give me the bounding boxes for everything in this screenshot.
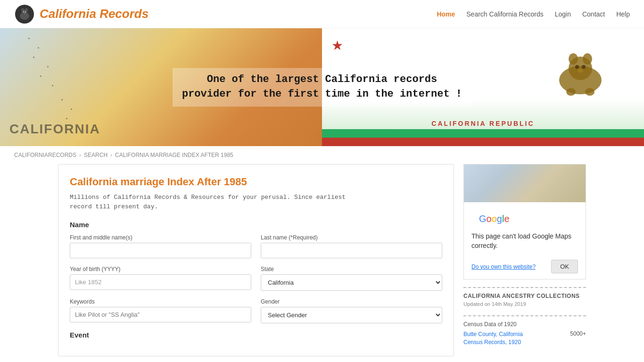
svg-point-3 [21, 8, 24, 11]
name-label: Name [70, 221, 442, 229]
logo-area: California Records [14, 4, 149, 25]
year-label: Year of birth (YYYY) [70, 266, 251, 272]
collection-list: Butte County, California Census Records,… [463, 330, 586, 346]
ancestry-updated: Updated on 14th May 2019 [463, 301, 586, 307]
breadcrumb: CALIFORNIARECORDS › SEARCH › CALIFORNIA … [0, 146, 644, 164]
google-error-content: Google [464, 202, 586, 228]
nav-login[interactable]: Login [555, 10, 571, 18]
breadcrumb-sep-2: › [110, 152, 112, 158]
svg-point-7 [24, 12, 25, 14]
google-error-text: This page can't load Google Maps correct… [464, 228, 586, 256]
collection-link[interactable]: Butte County, California Census Records,… [463, 330, 566, 346]
main-nav: Home Search California Records Login Con… [437, 10, 630, 18]
last-name-group: Last name (*Required) [261, 234, 442, 258]
sidebar: ⌨ Map data ©2022 Google, INEGI Terms of … [463, 164, 586, 356]
ancestry-title: CALIFORNIA ANCESTRY COLLECTIONS [463, 293, 586, 299]
gender-group: Gender Select GenderMaleFemale [261, 298, 442, 323]
name-row: First and middle name(s) Last name (*Req… [70, 234, 442, 258]
first-name-input[interactable] [70, 243, 251, 258]
keywords-gender-row: Keywords Gender Select GenderMaleFemale [70, 298, 442, 323]
form-title: California marriage Index After 1985 [70, 176, 442, 188]
svg-point-4 [25, 8, 28, 11]
ancestry-collections: CALIFORNIA ANCESTRY COLLECTIONS Updated … [463, 287, 586, 316]
breadcrumb-search[interactable]: SEARCH [84, 152, 107, 158]
map-thumbnail: ⌨ Map data ©2022 Google, INEGI Terms of … [464, 165, 586, 202]
collection-count: 5000+ [570, 330, 586, 337]
first-name-label: First and middle name(s) [70, 234, 251, 241]
nav-contact[interactable]: Contact [582, 10, 605, 18]
breadcrumb-home[interactable]: CALIFORNIARECORDS [14, 152, 76, 158]
main-content: California marriage Index After 1985 Mil… [44, 164, 600, 362]
name-section: Name First and middle name(s) Last name … [70, 221, 442, 258]
first-name-group: First and middle name(s) [70, 234, 251, 258]
google-ok-button[interactable]: OK [551, 260, 578, 273]
year-group: Year of birth (YYYY) [70, 266, 251, 291]
google-own-link[interactable]: Do you own this website? [471, 263, 536, 270]
year-input[interactable] [70, 274, 251, 290]
gender-select[interactable]: Select GenderMaleFemale [261, 307, 442, 323]
svg-point-13 [585, 88, 594, 96]
nav-help[interactable]: Help [616, 10, 630, 18]
keywords-group: Keywords [70, 298, 251, 323]
svg-point-14 [575, 65, 579, 69]
hero-text-overlay: One of the largest California records pr… [173, 68, 471, 107]
year-state-row: Year of birth (YYYY) State CaliforniaAla… [70, 266, 442, 291]
header: California Records Home Search Californi… [0, 0, 644, 28]
event-label: Event [70, 331, 442, 339]
keywords-label: Keywords [70, 298, 251, 305]
svg-point-11 [583, 53, 592, 65]
state-label: State [261, 266, 442, 272]
logo-bear-icon [14, 4, 35, 25]
keywords-input[interactable] [70, 307, 251, 322]
svg-point-15 [582, 65, 586, 69]
hero-flag-text: CALIFORNIA REPUBLIC [431, 120, 534, 127]
google-maps-error-box: ⌨ Map data ©2022 Google, INEGI Terms of … [463, 164, 586, 280]
state-select[interactable]: CaliforniaAlabamaAlaskaArizonaArkansasCo… [261, 274, 442, 291]
event-section: Event [70, 331, 442, 339]
gender-label: Gender [261, 298, 442, 305]
svg-point-12 [566, 88, 576, 96]
hero-banner: CALIFORNIA CALIFORNIA REPUBLIC ★ One of … [0, 28, 644, 146]
breadcrumb-current: CALIFORNIA MARRIAGE INDEX AFTER 1985 [115, 152, 233, 158]
hero-bear-icon [545, 42, 616, 99]
nav-search[interactable]: Search California Records [466, 10, 543, 18]
svg-point-6 [25, 11, 26, 12]
flag-star: ★ [331, 38, 343, 53]
hero-map-label: CALIFORNIA [9, 122, 100, 137]
svg-point-5 [23, 11, 24, 12]
google-error-actions: Do you own this website? OK [464, 256, 586, 279]
hero-main-text: One of the largest California records pr… [182, 74, 462, 100]
google-logo-text: Google [471, 208, 578, 226]
nav-home[interactable]: Home [437, 10, 455, 18]
last-name-input[interactable] [261, 243, 442, 258]
form-section: California marriage Index After 1985 Mil… [58, 164, 454, 356]
form-subtitle: Millions of California Records & Resourc… [70, 193, 442, 211]
collection-item: Butte County, California Census Records,… [463, 330, 586, 346]
svg-point-10 [569, 53, 578, 65]
census-heading: Census Data of 1920 [463, 321, 586, 328]
breadcrumb-sep-1: › [79, 152, 81, 158]
site-title: California Records [40, 7, 149, 21]
last-name-label: Last name (*Required) [261, 234, 442, 241]
svg-point-16 [578, 69, 583, 73]
state-group: State CaliforniaAlabamaAlaskaArizonaArka… [261, 266, 442, 291]
